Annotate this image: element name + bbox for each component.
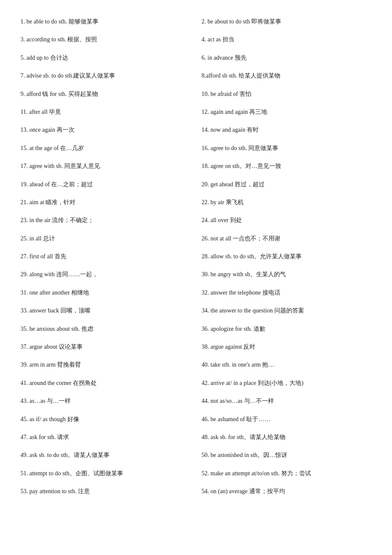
list-item: 33. answer back 回嘴，顶嘴 <box>17 302 194 320</box>
list-item: 9. afford 钱 for sth. 买得起某物 <box>17 85 194 103</box>
list-item: 40. take sth. in one's arm 抱… <box>198 356 375 374</box>
list-item: 30. be angry with sb。生某人的气 <box>198 266 375 283</box>
list-item: 14. now and again 有时 <box>198 121 375 139</box>
list-item: 7. advise sb. to do sth.建议某人做某事 <box>17 67 194 85</box>
list-item: 22. by air 乘飞机 <box>198 194 375 211</box>
list-item: 18. agree on sth。对…意见一致 <box>198 157 375 175</box>
list-item: 10. be afraid of 害怕 <box>198 85 375 103</box>
list-item: 45. as if/ as though 好像 <box>17 410 194 428</box>
list-item: 53. pay attention to sth. 注意 <box>17 483 194 500</box>
list-item: 12. again and again 再三地 <box>198 103 375 121</box>
list-item: 35. be anxious about sth. 焦虑 <box>17 320 194 338</box>
list-item: 39. arm in arm 臂挽着臂 <box>17 356 194 374</box>
list-item: 47. ask for sth. 请求 <box>17 428 194 446</box>
list-item: 31. one after another 相继地 <box>17 284 194 302</box>
list-item: 50. be astonished in sth。因…惊讶 <box>198 446 375 464</box>
list-item: 32. answer the telephone 接电话 <box>198 284 375 302</box>
list-item: 44. not as/so…as 与…不一样 <box>198 392 375 410</box>
list-item: 28. allow sb. to do sth。允许某人做某事 <box>198 248 375 266</box>
list-item: 16. agree to do sth. 同意做某事 <box>198 139 375 157</box>
list-item: 38. argue against 反对 <box>198 338 375 356</box>
list-item: 2. be about to do sth 即将做某事 <box>198 13 375 31</box>
phrase-grid: 1. be able to do sth. 能够做某事2. be about t… <box>17 13 375 501</box>
list-item: 26. not at all 一点也不；不用谢 <box>198 230 375 248</box>
list-item: 25. in all 总计 <box>17 230 194 248</box>
list-item: 3. according to sth. 根据、按照 <box>17 31 194 49</box>
list-item: 48. ask sb. for sth。请某人给某物 <box>198 428 375 446</box>
list-item: 43. as…as 与…一样 <box>17 392 194 410</box>
list-item: 52. make an attempt at/to/on sth. 努力；尝试 <box>198 465 375 483</box>
list-item: 46. be ashamed of 耻于…… <box>198 410 375 428</box>
list-item: 54. on (an) average 通常；按平均 <box>198 483 375 500</box>
list-item: 8.afford sb sth. 给某人提供某物 <box>198 67 375 85</box>
list-item: 37. argue about 议论某事 <box>17 338 194 356</box>
list-item: 21. aim at 瞄准，针对 <box>17 194 194 211</box>
list-item: 41. around the corner 在拐角处 <box>17 374 194 392</box>
list-item: 49. ask sb. to do sth。请某人做某事 <box>17 446 194 464</box>
list-item: 6. in advance 预先 <box>198 49 375 67</box>
list-item: 13. once again 再一次 <box>17 121 194 139</box>
list-item: 1. be able to do sth. 能够做某事 <box>17 13 194 31</box>
list-item: 11. after all 毕竟 <box>17 103 194 121</box>
list-item: 24. all over 到处 <box>198 211 375 229</box>
list-item: 29. along with 连同……一起， <box>17 266 194 283</box>
list-item: 23. in the air 流传；不确定； <box>17 211 194 229</box>
list-item: 15. at the age of 在…几岁 <box>17 139 194 157</box>
list-item: 4. act as 担当 <box>198 31 375 49</box>
list-item: 5. add up to 合计达 <box>17 49 194 67</box>
list-item: 20. get ahead 胜过，超过 <box>198 176 375 194</box>
list-item: 36. apologize for sth. 道歉 <box>198 320 375 338</box>
list-item: 17. agree with sb. 同意某人意见 <box>17 157 194 175</box>
list-item: 42. arrive at/ in a place 到达(小地，大地) <box>198 374 375 392</box>
list-item: 34. the answer to the question 问题的答案 <box>198 302 375 320</box>
list-item: 27. first of all 首先 <box>17 248 194 266</box>
list-item: 51. attempt to do sth。企图、试图做某事 <box>17 465 194 483</box>
list-item: 19. ahead of 在…之前；超过 <box>17 176 194 194</box>
